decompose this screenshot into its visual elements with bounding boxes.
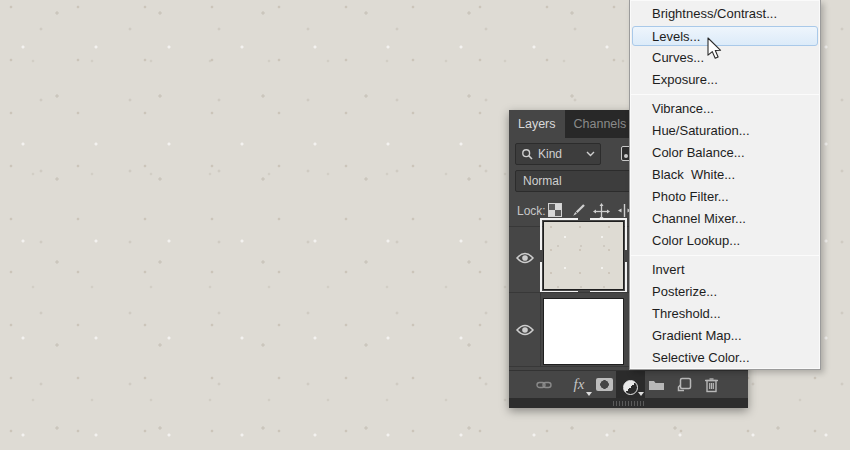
menu-item-selective-color[interactable]: Selective Color... (630, 347, 820, 369)
divider (540, 227, 541, 366)
menu-item-invert[interactable]: Invert (630, 259, 820, 281)
menu-separator (631, 255, 819, 256)
layer1-selection-frame (540, 218, 627, 293)
adjustment-flyout-triangle (638, 392, 644, 396)
menu-item-vibrance[interactable]: Vibrance... (630, 98, 820, 120)
new-group-icon[interactable] (647, 371, 665, 398)
menu-item-brightness-contrast[interactable]: Brightness/Contrast... (630, 3, 820, 25)
menu-item-levels[interactable]: Levels... (632, 26, 818, 46)
menu-item-posterize[interactable]: Posterize... (630, 281, 820, 303)
lock-position-icon[interactable] (593, 203, 610, 220)
lock-transparent-pixels-icon[interactable] (548, 203, 562, 217)
photoshop-canvas-background: { "layers_panel": { "tabs": [ { "label":… (0, 0, 850, 450)
tab-channels[interactable]: Channels (565, 110, 636, 138)
menu-item-gradient-map[interactable]: Gradient Map... (630, 325, 820, 347)
menu-item-black-white[interactable]: Black White... (630, 164, 820, 186)
menu-item-curves[interactable]: Curves... (630, 47, 820, 69)
layer1-thumbnail[interactable] (543, 221, 624, 290)
menu-item-color-balance[interactable]: Color Balance... (630, 142, 820, 164)
menu-item-color-lookup[interactable]: Color Lookup... (630, 230, 820, 252)
delete-layer-icon[interactable] (703, 371, 720, 398)
add-layer-mask-icon[interactable] (595, 371, 613, 398)
menu-item-channel-mixer[interactable]: Channel Mixer... (630, 208, 820, 230)
mouse-cursor-arrow-icon (707, 37, 723, 60)
lock-label: Lock: (517, 204, 546, 218)
menu-separator (631, 94, 819, 95)
layer1-visibility-eye-icon[interactable] (515, 251, 535, 265)
menu-item-photo-filter[interactable]: Photo Filter... (630, 186, 820, 208)
tab-layers[interactable]: Layers (509, 110, 565, 138)
panel-resize-grip[interactable] (613, 401, 645, 406)
layer2-thumbnail[interactable] (543, 298, 624, 365)
lock-image-pixels-icon[interactable] (571, 203, 586, 218)
menu-item-hue-saturation[interactable]: Hue/Saturation... (630, 120, 820, 142)
link-layers-icon[interactable] (536, 371, 552, 398)
menu-item-exposure[interactable]: Exposure... (630, 69, 820, 91)
layer-filter-dropdown[interactable]: Kind (515, 143, 601, 165)
layer-filter-label: Kind (538, 147, 562, 161)
blend-mode-value: Normal (523, 174, 562, 188)
layer2-visibility-eye-icon[interactable] (515, 323, 535, 337)
search-icon (521, 148, 534, 161)
panel-bottom-toolbar: fx (509, 370, 748, 398)
chevron-down-icon (586, 151, 595, 157)
adjustment-layer-menu: Brightness/Contrast... Levels... Curves.… (629, 0, 821, 370)
fx-flyout-triangle (586, 392, 592, 396)
new-layer-icon[interactable] (676, 371, 692, 398)
fx-label: fx (574, 376, 585, 393)
menu-item-threshold[interactable]: Threshold... (630, 303, 820, 325)
panel-resize-strip (509, 398, 748, 408)
